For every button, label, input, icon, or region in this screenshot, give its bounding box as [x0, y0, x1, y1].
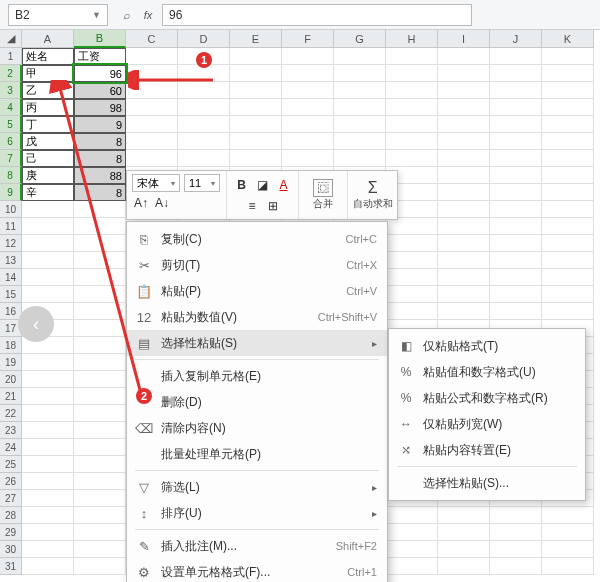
cell[interactable] [178, 133, 230, 150]
cell[interactable] [542, 133, 594, 150]
cell[interactable] [386, 303, 438, 320]
menu-clear[interactable]: ⌫清除内容(N) [127, 415, 387, 441]
cell[interactable] [74, 269, 126, 286]
menu-delete[interactable]: 删除(D) [127, 389, 387, 415]
cell[interactable] [438, 252, 490, 269]
cell[interactable] [386, 48, 438, 65]
cell[interactable] [490, 235, 542, 252]
cell[interactable]: 98 [74, 99, 126, 116]
cell[interactable] [490, 524, 542, 541]
row-header[interactable]: 4 [0, 99, 22, 116]
submenu-paste-special-dialog[interactable]: 选择性粘贴(S)... [389, 470, 585, 496]
cell[interactable] [490, 507, 542, 524]
cell[interactable] [542, 507, 594, 524]
cell[interactable] [542, 82, 594, 99]
menu-filter[interactable]: ▽筛选(L)▸ [127, 474, 387, 500]
cell[interactable] [74, 473, 126, 490]
cell[interactable] [438, 82, 490, 99]
row-header[interactable]: 3 [0, 82, 22, 99]
cell[interactable] [230, 99, 282, 116]
submenu-paste-formula-fmt[interactable]: %粘贴公式和数字格式(R) [389, 385, 585, 411]
row-header[interactable]: 12 [0, 235, 22, 252]
cell[interactable] [490, 167, 542, 184]
cell[interactable] [74, 286, 126, 303]
cell[interactable] [386, 116, 438, 133]
cell[interactable] [438, 558, 490, 575]
cell[interactable]: 8 [74, 133, 126, 150]
submenu-paste-transpose[interactable]: ⤭粘贴内容转置(E) [389, 437, 585, 463]
cell[interactable] [542, 65, 594, 82]
fill-color-button[interactable]: ◪ [254, 176, 272, 194]
cell[interactable] [74, 303, 126, 320]
cell[interactable] [438, 507, 490, 524]
cell[interactable] [386, 218, 438, 235]
cell[interactable] [490, 541, 542, 558]
cell[interactable] [542, 116, 594, 133]
cell[interactable] [386, 133, 438, 150]
col-header[interactable]: K [542, 30, 594, 48]
cell[interactable] [542, 269, 594, 286]
row-header[interactable]: 26 [0, 473, 22, 490]
cell[interactable] [334, 65, 386, 82]
menu-insert-copied[interactable]: 插入复制单元格(E) [127, 363, 387, 389]
row-header[interactable]: 19 [0, 354, 22, 371]
cell[interactable] [542, 541, 594, 558]
row-header[interactable]: 2 [0, 65, 22, 82]
align-button[interactable]: ≡ [243, 197, 261, 215]
cell[interactable] [74, 235, 126, 252]
cell[interactable] [126, 99, 178, 116]
font-size-select[interactable]: 11▾ [184, 174, 220, 192]
cell[interactable] [334, 48, 386, 65]
row-header[interactable]: 8 [0, 167, 22, 184]
cell[interactable] [74, 541, 126, 558]
row-header[interactable]: 24 [0, 439, 22, 456]
cell[interactable] [178, 116, 230, 133]
cell[interactable] [22, 354, 74, 371]
cell[interactable] [438, 167, 490, 184]
cell[interactable] [178, 82, 230, 99]
cell[interactable] [22, 388, 74, 405]
cell[interactable] [74, 507, 126, 524]
cell[interactable] [22, 252, 74, 269]
row-header[interactable]: 27 [0, 490, 22, 507]
row-header[interactable]: 23 [0, 422, 22, 439]
cell[interactable]: 8 [74, 150, 126, 167]
cell[interactable] [542, 303, 594, 320]
cell[interactable] [490, 82, 542, 99]
cell[interactable] [22, 456, 74, 473]
cell[interactable] [334, 116, 386, 133]
cell[interactable] [282, 150, 334, 167]
row-header[interactable]: 31 [0, 558, 22, 575]
cell[interactable] [542, 286, 594, 303]
cell[interactable] [490, 65, 542, 82]
cell[interactable] [438, 65, 490, 82]
back-button[interactable]: ‹ [18, 306, 54, 342]
cell[interactable] [178, 65, 230, 82]
menu-format-cells[interactable]: ⚙设置单元格格式(F)...Ctrl+1 [127, 559, 387, 582]
merge-cells-button[interactable]: ⿴ 合并 [298, 171, 348, 219]
cell[interactable] [542, 150, 594, 167]
cell[interactable] [74, 490, 126, 507]
cell[interactable] [542, 252, 594, 269]
cell[interactable] [490, 133, 542, 150]
row-header[interactable]: 29 [0, 524, 22, 541]
cell[interactable] [490, 116, 542, 133]
menu-insert-comment[interactable]: ✎插入批注(M)...Shift+F2 [127, 533, 387, 559]
cell[interactable] [230, 133, 282, 150]
cell[interactable] [386, 150, 438, 167]
cell[interactable] [490, 201, 542, 218]
cell[interactable] [386, 99, 438, 116]
cell[interactable] [438, 269, 490, 286]
cell[interactable]: 88 [74, 167, 126, 184]
cell[interactable] [386, 65, 438, 82]
cell[interactable] [22, 269, 74, 286]
row-header[interactable]: 22 [0, 405, 22, 422]
cell[interactable] [490, 218, 542, 235]
cell[interactable] [490, 269, 542, 286]
cell[interactable] [490, 558, 542, 575]
cell[interactable]: 9 [74, 116, 126, 133]
cell[interactable] [490, 252, 542, 269]
cell[interactable] [22, 422, 74, 439]
cell[interactable] [126, 48, 178, 65]
menu-paste-values[interactable]: 12粘贴为数值(V)Ctrl+Shift+V [127, 304, 387, 330]
